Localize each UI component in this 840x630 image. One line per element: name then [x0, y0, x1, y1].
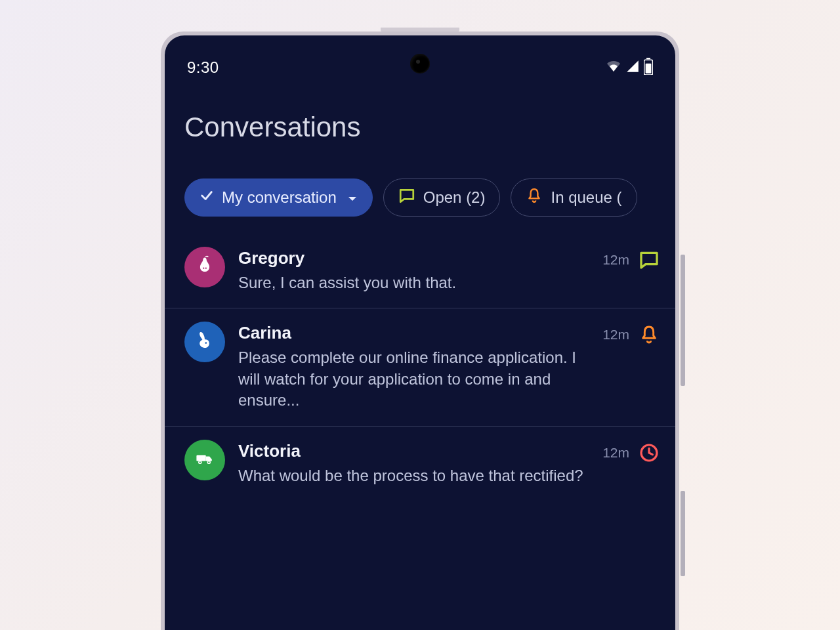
svg-point-5	[205, 343, 207, 345]
status-icons	[606, 58, 653, 77]
conversation-meta: 12m	[602, 440, 660, 463]
conversation-name: Carina	[238, 323, 589, 343]
scroll-fade-overlay	[165, 542, 675, 630]
conversation-time: 12m	[602, 327, 629, 343]
conversation-item[interactable]: Victoria What would be the process to ha…	[165, 427, 675, 501]
pear-icon	[193, 254, 217, 280]
filter-chip-my-conversation[interactable]: My conversation	[184, 178, 373, 217]
conversation-preview: What would be the process to have that r…	[238, 465, 589, 486]
svg-rect-6	[196, 455, 205, 461]
filter-chip-label: My conversation	[222, 188, 337, 207]
chat-icon	[398, 187, 415, 208]
svg-point-8	[200, 461, 201, 463]
conversation-name: Gregory	[238, 248, 589, 268]
avatar	[184, 247, 225, 287]
phone-side-button	[681, 255, 685, 386]
conversation-body: Gregory Sure, I can assist you with that…	[238, 247, 589, 293]
filter-chip-in-queue[interactable]: In queue (	[511, 178, 637, 217]
conversation-time: 12m	[602, 445, 629, 461]
bell-icon	[526, 187, 543, 208]
phone-side-button	[681, 491, 685, 576]
phone-screen: 9:30 Conversations My convers	[165, 35, 675, 630]
conversation-preview: Sure, I can assist you with that.	[238, 272, 589, 293]
camera-hole	[410, 54, 430, 74]
page-title: Conversations	[165, 80, 675, 150]
conversation-body: Victoria What would be the process to ha…	[238, 440, 589, 486]
svg-rect-0	[646, 58, 651, 59]
avatar	[184, 440, 225, 480]
svg-rect-2	[646, 64, 652, 74]
status-time: 9:30	[187, 58, 219, 77]
conversation-meta: 12m	[602, 322, 660, 345]
bell-icon	[639, 324, 660, 345]
conversation-item[interactable]: Gregory Sure, I can assist you with that…	[165, 234, 675, 308]
conversation-preview: Please complete our online finance appli…	[238, 347, 589, 411]
wifi-icon	[606, 59, 621, 76]
avatar	[184, 322, 225, 362]
filter-chips-row[interactable]: My conversation Open (2) In queue (	[165, 150, 675, 234]
conversation-list[interactable]: Gregory Sure, I can assist you with that…	[165, 234, 675, 501]
svg-point-4	[205, 267, 207, 268]
check-icon	[200, 188, 214, 207]
conversation-body: Carina Please complete our online financ…	[238, 322, 589, 411]
phone-frame: 9:30 Conversations My convers	[161, 32, 679, 630]
chat-icon	[639, 249, 660, 270]
truck-icon	[193, 447, 217, 473]
filter-chip-open[interactable]: Open (2)	[383, 178, 501, 217]
svg-point-10	[208, 461, 209, 463]
conversation-name: Victoria	[238, 441, 589, 461]
conversation-meta: 12m	[602, 247, 660, 270]
rabbit-icon	[193, 329, 217, 355]
filter-chip-label: Open (2)	[423, 188, 486, 207]
battery-icon	[644, 58, 653, 77]
filter-chip-label: In queue (	[551, 188, 621, 207]
conversation-time: 12m	[602, 252, 629, 268]
conversation-item[interactable]: Carina Please complete our online financ…	[165, 308, 675, 426]
svg-point-3	[203, 267, 204, 268]
chevron-down-icon	[347, 188, 358, 207]
clock-icon	[639, 442, 660, 463]
phone-notch	[381, 28, 459, 32]
cellular-icon	[625, 59, 640, 76]
